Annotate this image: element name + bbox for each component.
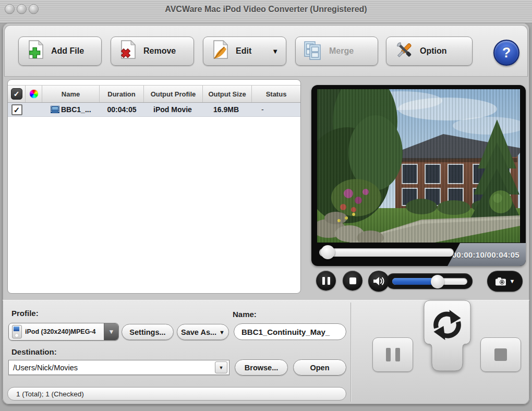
select-all-checkbox-icon[interactable]: ✓ — [11, 88, 22, 100]
snapshot-button[interactable]: ▼ — [487, 271, 523, 292]
convert-button[interactable] — [424, 300, 471, 373]
save-as-button-label: Save As... — [181, 328, 216, 336]
pause-icon — [322, 277, 330, 285]
video-noise-overlay — [317, 89, 520, 243]
merge-button[interactable]: Merge — [295, 37, 378, 66]
color-wheel-icon — [30, 90, 38, 98]
video-preview — [317, 89, 520, 243]
destination-caret-icon[interactable]: ▼ — [215, 361, 227, 373]
help-question-icon: ? — [502, 45, 511, 61]
time-display-panel: 00:00:10/00:04:05 — [448, 243, 526, 266]
settings-button[interactable]: Settings... — [122, 324, 174, 340]
column-header-status[interactable]: Status — [252, 86, 300, 102]
convert-stop-button[interactable] — [480, 337, 521, 372]
destination-value: /Users/Nick/Movies — [9, 364, 215, 372]
row-status: - — [252, 105, 300, 114]
destination-dropdown[interactable]: /Users/Nick/Movies ▼ — [8, 360, 229, 375]
save-as-caret-icon: ▼ — [219, 329, 225, 335]
destination-label: Destination: — [11, 347, 57, 356]
status-bar: 1 (Total); 1 (Checked) — [7, 387, 346, 401]
edit-dropdown-caret-icon: ▼ — [272, 47, 279, 55]
column-header-name[interactable]: Name — [42, 86, 100, 102]
seek-knob[interactable] — [321, 245, 335, 259]
name-label: Name: — [233, 310, 257, 319]
option-button[interactable]: Option — [386, 37, 473, 66]
profile-dropdown[interactable]: iPod (320x240)MPEG-4 ▼ — [8, 323, 119, 341]
row-output-size: 16.9MB — [203, 105, 252, 114]
profile-dropdown-caret-icon[interactable]: ▼ — [104, 323, 118, 340]
browse-button-label: Browse... — [245, 364, 278, 372]
convert-stop-icon — [494, 348, 507, 361]
mute-button[interactable] — [368, 271, 389, 292]
row-checkbox[interactable]: ✓ — [11, 104, 22, 115]
convert-pause-icon — [386, 348, 400, 361]
settings-button-label: Settings... — [129, 328, 165, 336]
file-list-panel: ✓ Name Duration Output Profile Output Si… — [7, 79, 301, 294]
ipod-icon — [12, 325, 22, 339]
camera-icon — [495, 277, 506, 286]
help-button[interactable]: ? — [493, 40, 519, 66]
seek-bar[interactable] — [319, 248, 454, 257]
add-file-button[interactable]: Add File — [18, 37, 102, 66]
color-column-header[interactable] — [26, 86, 42, 102]
column-header-output-profile[interactable]: Output Profile — [144, 86, 203, 102]
time-display: 00:00:10/00:04:05 — [452, 250, 519, 259]
panel-divider — [350, 303, 351, 402]
option-label: Option — [420, 46, 447, 56]
edit-button[interactable]: Edit ▼ — [203, 37, 286, 66]
status-summary: 1 (Total); 1 (Checked) — [16, 390, 84, 398]
save-as-button[interactable]: Save As... ▼ — [177, 324, 229, 340]
stop-icon — [349, 277, 356, 284]
column-header-output-size[interactable]: Output Size — [203, 86, 252, 102]
open-button-label: Open — [310, 364, 329, 372]
add-file-icon — [26, 40, 46, 63]
file-list-header: ✓ Name Duration Output Profile Output Si… — [8, 85, 300, 103]
video-thumbnail-icon — [51, 106, 59, 113]
open-button[interactable]: Open — [293, 359, 346, 376]
speaker-icon — [372, 275, 385, 287]
volume-knob[interactable] — [431, 275, 444, 288]
browse-button[interactable]: Browse... — [235, 359, 288, 376]
window-title: AVCWare Mac iPod Video Converter (Unregi… — [0, 5, 532, 14]
merge-icon — [303, 40, 324, 63]
add-file-label: Add File — [51, 46, 84, 56]
merge-label: Merge — [329, 46, 354, 56]
table-row[interactable]: ✓ BBC1_... 00:04:05 iPod Movie 16.9MB — [8, 103, 300, 117]
snapshot-dropdown-caret-icon[interactable]: ▼ — [510, 278, 515, 284]
profile-label: Profile: — [11, 309, 39, 318]
remove-button[interactable]: Remove — [111, 37, 194, 66]
option-icon — [394, 40, 415, 63]
row-duration: 00:04:05 — [100, 105, 144, 114]
row-output-profile: iPod Movie — [144, 105, 203, 114]
output-name-field[interactable]: BBC1_Continuity_May_ — [234, 323, 346, 340]
profile-value: iPod (320x240)MPEG-4 — [22, 328, 104, 335]
preview-stop-button[interactable] — [343, 271, 362, 291]
output-name-value: BBC1_Continuity_May_ — [241, 328, 330, 336]
title-bar: AVCWare Mac iPod Video Converter (Unregi… — [0, 0, 532, 23]
edit-icon — [211, 40, 231, 63]
remove-label: Remove — [143, 46, 176, 56]
volume-track[interactable] — [392, 278, 467, 285]
preview-pause-button[interactable] — [316, 271, 336, 291]
row-name: BBC1_... — [61, 105, 91, 114]
app-window: AVCWare Mac iPod Video Converter (Unregi… — [0, 0, 532, 411]
convert-pause-button[interactable] — [372, 337, 413, 372]
video-player: 00:00:10/00:04:05 — [311, 85, 526, 266]
volume-control — [368, 272, 473, 291]
column-header-duration[interactable]: Duration — [100, 86, 144, 102]
select-all-header[interactable]: ✓ — [8, 86, 26, 102]
edit-label: Edit — [236, 46, 251, 56]
remove-icon — [118, 40, 138, 63]
